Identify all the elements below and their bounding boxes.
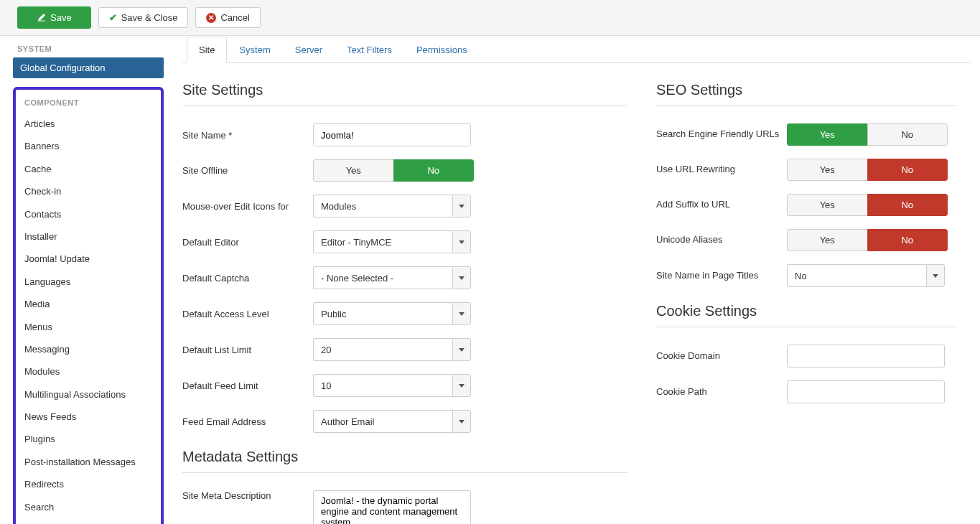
default-editor-select[interactable]: Editor - TinyMCE xyxy=(313,230,471,253)
chevron-down-icon[interactable] xyxy=(452,338,471,361)
site-name-label: Site Name * xyxy=(182,130,313,141)
feed-email-value: Author Email xyxy=(313,410,452,433)
chevron-down-icon[interactable] xyxy=(452,302,471,325)
default-feed-value: 10 xyxy=(313,374,452,397)
sidebar-item-messaging[interactable]: Messaging xyxy=(22,338,155,360)
tab-server[interactable]: Server xyxy=(283,37,335,63)
sidebar: SYSTEM Global Configuration COMPONENT Ar… xyxy=(0,36,172,524)
sidebar-item-media[interactable]: Media xyxy=(22,293,155,315)
chevron-down-icon[interactable] xyxy=(452,266,471,289)
default-feed-select[interactable]: 10 xyxy=(313,374,471,397)
sef-label: Search Engine Friendly URLs xyxy=(656,128,787,141)
default-list-select[interactable]: 20 xyxy=(313,338,471,361)
chevron-down-icon[interactable] xyxy=(452,195,471,217)
sidebar-item-multilingual-associations[interactable]: Multilingual Associations xyxy=(22,383,155,406)
mouseover-select[interactable]: Modules xyxy=(313,195,471,217)
default-access-label: Default Access Level xyxy=(182,309,313,319)
suffix-toggle: Yes No xyxy=(787,194,948,216)
content: Site System Server Text Filters Permissi… xyxy=(172,36,980,524)
sidebar-item-redirects[interactable]: Redirects xyxy=(22,473,155,495)
sidebar-item-global-configuration[interactable]: Global Configuration xyxy=(13,57,164,78)
sef-toggle: Yes No xyxy=(787,123,948,146)
meta-desc-textarea[interactable] xyxy=(313,490,471,524)
pagetitle-label: Site Name in Page Titles xyxy=(656,270,787,282)
feed-email-label: Feed Email Address xyxy=(182,416,313,427)
save-label: Save xyxy=(50,12,72,23)
save-button[interactable]: Save xyxy=(17,6,91,29)
default-captcha-select[interactable]: - None Selected - xyxy=(313,266,471,289)
sidebar-item-contacts[interactable]: Contacts xyxy=(22,203,155,225)
site-offline-label: Site Offline xyxy=(182,165,313,176)
unicode-label: Unicode Aliases xyxy=(656,234,787,246)
feed-email-select[interactable]: Author Email xyxy=(313,410,471,433)
site-settings-title: Site Settings xyxy=(182,82,627,106)
check-icon: ✔ xyxy=(109,12,117,23)
tab-permissions[interactable]: Permissions xyxy=(404,37,480,63)
chevron-down-icon[interactable] xyxy=(452,374,471,397)
pencil-square-icon xyxy=(37,13,46,22)
chevron-down-icon[interactable] xyxy=(926,264,945,287)
sidebar-item-installer[interactable]: Installer xyxy=(22,225,155,248)
sidebar-item-smart-search[interactable]: Smart Search xyxy=(22,518,155,524)
metadata-title: Metadata Settings xyxy=(182,449,627,473)
rewrite-no[interactable]: No xyxy=(867,159,948,181)
cancel-label: Cancel xyxy=(220,12,249,23)
sidebar-item-post-installation-messages[interactable]: Post-installation Messages xyxy=(22,451,155,473)
default-captcha-value: - None Selected - xyxy=(313,266,452,289)
cookie-domain-input[interactable] xyxy=(787,345,945,368)
cookie-path-input[interactable] xyxy=(787,380,945,403)
tab-site[interactable]: Site xyxy=(187,37,227,63)
sef-yes[interactable]: Yes xyxy=(787,123,867,146)
seo-title: SEO Settings xyxy=(656,82,958,106)
chevron-down-icon[interactable] xyxy=(452,230,471,253)
sidebar-item-search[interactable]: Search xyxy=(22,496,155,518)
sef-no[interactable]: No xyxy=(867,123,948,146)
cancel-button[interactable]: ✕ Cancel xyxy=(195,7,260,28)
tab-system[interactable]: System xyxy=(227,37,282,63)
mouseover-value: Modules xyxy=(313,195,452,217)
site-offline-yes[interactable]: Yes xyxy=(313,159,393,182)
mouseover-label: Mouse-over Edit Icons for xyxy=(182,201,313,212)
sidebar-item-news-feeds[interactable]: News Feeds xyxy=(22,406,155,428)
component-box: COMPONENT ArticlesBannersCacheCheck-inCo… xyxy=(13,87,164,524)
sidebar-item-languages[interactable]: Languages xyxy=(22,271,155,293)
site-offline-no[interactable]: No xyxy=(393,159,475,182)
sidebar-item-menus[interactable]: Menus xyxy=(22,316,155,338)
suffix-yes[interactable]: Yes xyxy=(787,194,867,216)
tab-text-filters[interactable]: Text Filters xyxy=(335,37,404,63)
rewrite-toggle: Yes No xyxy=(787,159,948,181)
sidebar-item-cache[interactable]: Cache xyxy=(22,158,155,180)
sidebar-item-joomla-update[interactable]: Joomla! Update xyxy=(22,248,155,270)
sidebar-component-header: COMPONENT xyxy=(22,97,155,113)
sidebar-item-check-in[interactable]: Check-in xyxy=(22,180,155,202)
pagetitle-value: No xyxy=(787,264,926,287)
toolbar: Save ✔ Save & Close ✕ Cancel xyxy=(0,0,980,36)
site-offline-toggle: Yes No xyxy=(313,159,474,182)
default-access-select[interactable]: Public xyxy=(313,302,471,325)
suffix-no[interactable]: No xyxy=(867,194,948,216)
save-close-button[interactable]: ✔ Save & Close xyxy=(98,7,189,28)
tabs: Site System Server Text Filters Permissi… xyxy=(182,36,970,63)
sidebar-item-articles[interactable]: Articles xyxy=(22,113,155,135)
default-access-value: Public xyxy=(313,302,452,325)
rewrite-yes[interactable]: Yes xyxy=(787,159,867,181)
default-feed-label: Default Feed Limit xyxy=(182,380,313,391)
unicode-toggle: Yes No xyxy=(787,229,948,251)
default-editor-value: Editor - TinyMCE xyxy=(313,230,452,253)
sidebar-item-plugins[interactable]: Plugins xyxy=(22,428,155,450)
sidebar-system-header: SYSTEM xyxy=(13,40,164,57)
site-name-input[interactable] xyxy=(313,123,471,146)
sidebar-item-banners[interactable]: Banners xyxy=(22,135,155,157)
unicode-no[interactable]: No xyxy=(867,229,948,251)
close-icon: ✕ xyxy=(206,13,216,23)
pagetitle-select[interactable]: No xyxy=(787,264,945,287)
unicode-yes[interactable]: Yes xyxy=(787,229,867,251)
default-list-label: Default List Limit xyxy=(182,345,313,355)
save-close-label: Save & Close xyxy=(121,12,178,23)
default-list-value: 20 xyxy=(313,338,452,361)
default-editor-label: Default Editor xyxy=(182,237,313,248)
suffix-label: Add Suffix to URL xyxy=(656,199,787,211)
chevron-down-icon[interactable] xyxy=(452,410,471,433)
default-captcha-label: Default Captcha xyxy=(182,273,313,284)
sidebar-item-modules[interactable]: Modules xyxy=(22,360,155,383)
